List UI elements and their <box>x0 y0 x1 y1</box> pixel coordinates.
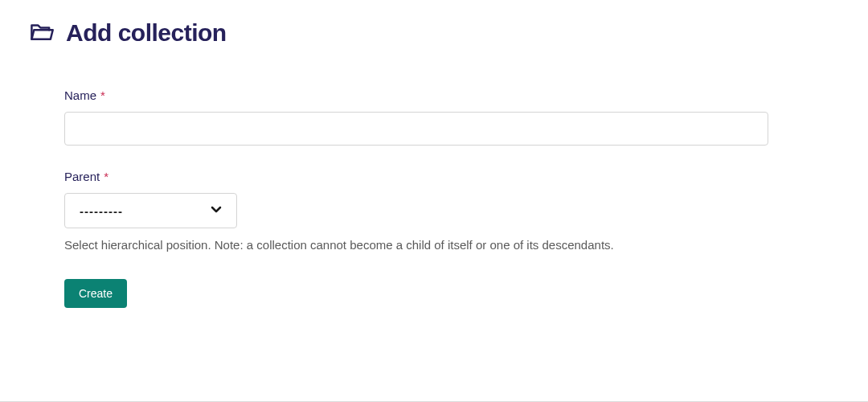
page-header: Add collection <box>29 19 839 47</box>
parent-help-text: Select hierarchical position. Note: a co… <box>64 236 768 255</box>
create-button[interactable]: Create <box>64 279 127 308</box>
required-indicator: * <box>100 89 105 101</box>
submit-row: Create <box>64 279 768 308</box>
name-label: Name <box>64 88 96 102</box>
parent-field-group: Parent * --------- Select hierarchical p… <box>64 170 768 255</box>
add-collection-page: Add collection Name * Parent * --------- <box>0 0 868 327</box>
parent-label-row: Parent * <box>64 170 768 183</box>
folder-open-icon <box>29 22 55 44</box>
parent-select[interactable]: --------- <box>64 193 237 228</box>
page-title: Add collection <box>66 19 227 47</box>
name-input[interactable] <box>64 112 768 146</box>
parent-select-wrapper: --------- <box>64 193 237 228</box>
add-collection-form: Name * Parent * --------- Select hie <box>29 88 768 308</box>
name-field-group: Name * <box>64 88 768 146</box>
parent-label: Parent <box>64 170 100 183</box>
required-indicator: * <box>104 170 108 183</box>
name-label-row: Name * <box>64 88 768 102</box>
